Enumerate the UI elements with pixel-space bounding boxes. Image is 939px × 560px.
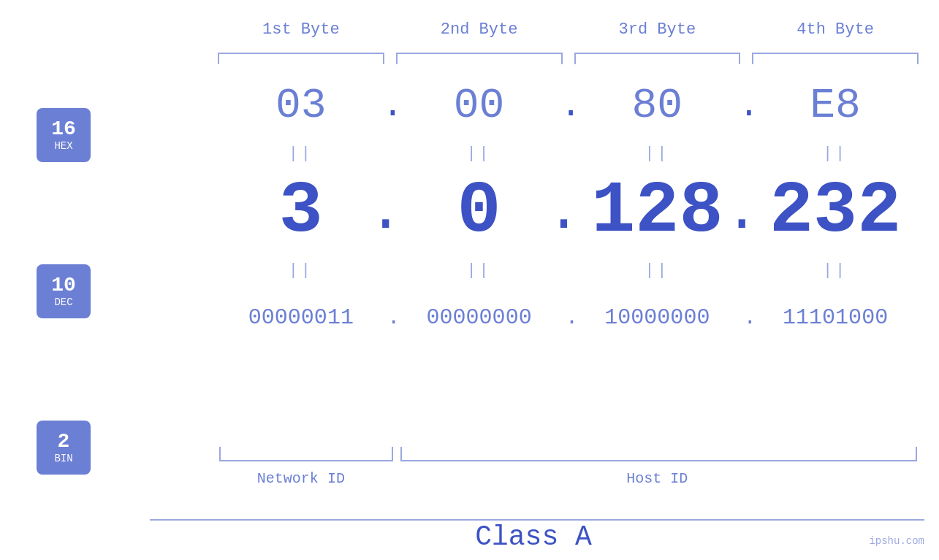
eq-2-1: || — [212, 261, 390, 280]
bottom-section: Network ID Host ID — [212, 447, 924, 487]
rows-container: 03 . 00 . 80 . E8 — [142, 73, 924, 350]
bottom-labels: Network ID Host ID — [212, 470, 924, 487]
dec-badge: 10 DEC — [37, 264, 91, 318]
top-bracket-2 — [396, 53, 563, 64]
host-id-label: Host ID — [390, 470, 924, 487]
class-a-label: Class A — [475, 521, 592, 553]
dec-val-1: 3 — [279, 170, 323, 253]
top-bracket-1 — [218, 53, 384, 64]
hex-val-4: E8 — [810, 82, 861, 129]
eq-1-4: || — [746, 145, 924, 163]
hex-val-1: 03 — [275, 82, 327, 129]
dec-cell-3: 128 . — [569, 175, 747, 248]
hex-val-3: 80 — [632, 82, 683, 129]
hex-badge-num: 16 — [51, 118, 76, 141]
network-bracket — [219, 447, 393, 461]
byte-headers: 1st Byte 2nd Byte 3rd Byte 4th Byte — [212, 20, 924, 39]
bin-val-1: 00000011 — [248, 305, 354, 330]
class-line — [150, 519, 924, 521]
dec-val-2: 0 — [457, 170, 501, 253]
eq-2-3: || — [569, 261, 747, 280]
bin-val-2: 00000000 — [427, 305, 532, 330]
bin-val-4: 11101000 — [783, 305, 888, 330]
class-label-container: Class A — [142, 521, 924, 553]
byte-header-3: 3rd Byte — [569, 20, 747, 39]
bin-badge-num: 2 — [58, 431, 70, 453]
dec-badge-label: DEC — [54, 296, 72, 308]
byte-header-2: 2nd Byte — [390, 20, 569, 39]
byte-header-1: 1st Byte — [212, 20, 390, 39]
badge-column: 16 HEX 10 DEC 2 BIN — [37, 108, 91, 475]
bin-val-3: 10000000 — [604, 305, 710, 330]
equals-row-2: || || || || — [212, 256, 924, 285]
dec-val-3: 128 — [591, 170, 723, 253]
eq-1-2: || — [390, 145, 569, 163]
bin-values: 00000011 . 00000000 . 10000000 . 1110100… — [212, 307, 924, 329]
dec-row: 3 . 0 . 128 . 232 — [142, 168, 924, 256]
hex-badge: 16 HEX — [37, 108, 91, 162]
bin-cell-1: 00000011 . — [212, 307, 390, 329]
hex-values: 03 . 00 . 80 . E8 — [212, 85, 924, 127]
top-bracket — [212, 53, 924, 64]
dec-values: 3 . 0 . 128 . 232 — [212, 175, 924, 248]
dec-cell-4: 232 — [746, 175, 924, 248]
hex-val-2: 00 — [454, 82, 505, 129]
grid-area: 1st Byte 2nd Byte 3rd Byte 4th Byte 03 . — [142, 0, 924, 560]
dec-cell-2: 0 . — [390, 175, 569, 248]
eq-2-2: || — [390, 261, 569, 280]
bin-badge: 2 BIN — [37, 421, 91, 475]
watermark: ipshu.com — [869, 535, 924, 547]
main-container: 16 HEX 10 DEC 2 BIN 1st Byte 2nd Byte 3r… — [0, 0, 939, 560]
bin-badge-label: BIN — [54, 453, 72, 464]
hex-row: 03 . 00 . 80 . E8 — [142, 73, 924, 139]
eq-1-1: || — [212, 145, 390, 163]
bin-cell-3: 10000000 . — [569, 307, 747, 329]
eq-1-3: || — [569, 145, 747, 163]
hex-cell-2: 00 . — [390, 85, 569, 127]
eq-2-4: || — [746, 261, 924, 280]
bin-cell-4: 11101000 — [746, 307, 924, 329]
host-bracket — [400, 447, 917, 461]
dec-cell-1: 3 . — [212, 175, 390, 248]
hex-cell-4: E8 — [746, 85, 924, 127]
bin-row: 00000011 . 00000000 . 10000000 . 1110100… — [142, 285, 924, 350]
dec-val-4: 232 — [769, 170, 901, 253]
byte-header-4: 4th Byte — [746, 20, 924, 39]
hex-cell-1: 03 . — [212, 85, 390, 127]
equals-row-1: || || || || — [212, 139, 924, 168]
bin-cell-2: 00000000 . — [390, 307, 569, 329]
dec-badge-num: 10 — [51, 275, 76, 297]
top-bracket-3 — [574, 53, 741, 64]
top-bracket-4 — [752, 53, 919, 64]
hex-badge-label: HEX — [54, 140, 72, 152]
bottom-brackets — [212, 447, 924, 464]
hex-cell-3: 80 . — [569, 85, 747, 127]
network-id-label: Network ID — [212, 470, 390, 487]
